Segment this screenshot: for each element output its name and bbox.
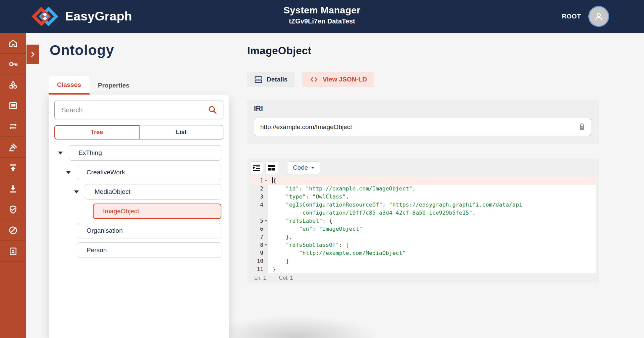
user-name: ROOT (562, 13, 581, 20)
code-text: ] (268, 257, 596, 265)
line-number: 10 (250, 257, 268, 265)
tree-row: MediaObject (49, 184, 229, 200)
line-number: 9 (250, 249, 268, 257)
code-brackets-icon (310, 76, 318, 83)
code-text: "rdfsLabel": { (268, 217, 596, 225)
code-text: "rdfsSubClassOf": [ (268, 241, 596, 249)
swap-arrows-icon (8, 121, 18, 131)
code-editor[interactable]: 1{2 "id": "http://example.com/ImageObjec… (250, 177, 596, 273)
sidebar-item-shield-check[interactable] (0, 199, 26, 220)
sidebar-expand-button[interactable] (26, 45, 39, 64)
shield-check-icon (8, 205, 18, 215)
fold-triangle-icon[interactable] (265, 180, 267, 182)
brand-name: EasyGraph (65, 9, 132, 23)
details-button-label: Details (267, 76, 287, 83)
brand: EasyGraph (31, 0, 132, 33)
view-toggle-tree[interactable]: Tree (54, 125, 140, 139)
ontology-tabs: Classes Properties (49, 76, 138, 95)
code-text: { (268, 177, 596, 185)
tree-row: ExThing (49, 145, 229, 161)
mode-dropdown[interactable]: Code (287, 161, 320, 174)
line-number: 1 (250, 177, 268, 185)
details-button[interactable]: Details (247, 72, 295, 87)
view-jsonld-button-label: View JSON-LD (323, 76, 367, 83)
view-toggle-list[interactable]: List (140, 125, 224, 139)
easygraph-logo-icon (31, 6, 60, 26)
line-number: 11 (250, 265, 268, 273)
sidebar-item-gavel[interactable] (0, 137, 26, 158)
sidebar-item-home[interactable] (0, 33, 26, 54)
collapse-triangle-icon[interactable] (66, 171, 71, 174)
tree-row: CreativeWork (49, 165, 229, 180)
sidebar-item-list[interactable] (0, 95, 26, 116)
sidebar-item-swap-arrows[interactable] (0, 116, 26, 137)
line-number: 8 (250, 241, 268, 249)
user-avatar[interactable] (588, 6, 609, 27)
chevron-right-icon (29, 50, 37, 58)
search-input[interactable] (55, 106, 208, 114)
code-line: 11} (250, 265, 596, 273)
lock-icon (578, 123, 586, 131)
mode-dropdown-label: Code (293, 164, 308, 171)
code-line: 9 "http://example.com/MediaObject" (250, 249, 596, 257)
sidebar-item-key[interactable] (0, 54, 26, 74)
code-line: 2 "id": "http://example.com/ImageObject"… (250, 185, 596, 193)
tree-item-exthing[interactable]: ExThing (69, 145, 221, 161)
header-title-block: System Manager tZGv9Li7en DataTest (205, 0, 439, 26)
fold-triangle-icon[interactable] (265, 220, 267, 222)
tab-properties[interactable]: Properties (90, 76, 138, 95)
iri-input[interactable] (254, 123, 578, 131)
gavel-icon (8, 142, 18, 152)
code-line: 6 "en": "ImageObject" (250, 225, 596, 233)
jsonld-editor-card: Code 1{2 "id": "http://example.com/Image… (247, 159, 599, 283)
code-line: 1{ (250, 177, 596, 185)
collapse-triangle-icon[interactable] (74, 190, 79, 193)
sidebar-item-download[interactable] (0, 178, 26, 199)
tree-item-mediaobject[interactable]: MediaObject (85, 184, 221, 200)
tree-item-organisation[interactable]: Organisation (77, 223, 221, 238)
status-column: Col: 1 (279, 275, 293, 282)
iri-label: IRI (254, 104, 263, 112)
sidebar-item-block[interactable] (0, 220, 26, 241)
panel-shadow (205, 314, 386, 338)
tree-row: ImageObject (49, 204, 229, 219)
shapes-icon (8, 80, 18, 90)
tree-item-imageobject[interactable]: ImageObject (93, 204, 221, 219)
sidebar-item-shapes[interactable] (0, 74, 26, 95)
tab-classes[interactable]: Classes (49, 76, 90, 95)
editor-toolbar: Code (250, 161, 320, 174)
code-line: 8 "rdfsSubClassOf": [ (250, 241, 596, 249)
key-icon (8, 59, 18, 69)
line-number: 3 (250, 193, 268, 201)
classes-panel: Tree List ExThingCreativeWorkMediaObject… (49, 95, 229, 338)
view-jsonld-button[interactable]: View JSON-LD (302, 72, 374, 87)
code-line: 7 }, (250, 233, 596, 241)
fold-triangle-icon[interactable] (265, 244, 267, 246)
code-text: "type": "OwlClass", (268, 193, 596, 201)
search-box (54, 101, 223, 119)
id-badge-icon (8, 246, 18, 256)
iri-card: IRI (247, 100, 599, 144)
collapse-triangle-icon[interactable] (58, 152, 63, 155)
app-header: EasyGraph System Manager tZGv9Li7en Data… (0, 0, 644, 33)
caret-down-icon (311, 167, 314, 169)
line-number: 6 (250, 225, 268, 233)
upload-icon (8, 163, 18, 173)
compact-icon (268, 164, 276, 172)
tree-item-creativework[interactable]: CreativeWork (77, 165, 221, 180)
code-text: } (268, 265, 596, 273)
block-icon (8, 225, 18, 235)
user-icon (593, 10, 605, 22)
compact-button[interactable] (265, 161, 278, 174)
code-text: }, (268, 233, 596, 241)
download-icon (8, 184, 18, 194)
editor-status-bar: Ln: 1 Col: 1 (250, 275, 293, 282)
code-line: 4 "egIsConfigurationResourceOf": "https:… (250, 201, 596, 209)
sidebar-item-id-badge[interactable] (0, 241, 26, 262)
search-icon[interactable] (208, 105, 218, 115)
app-subtitle: tZGv9Li7en DataTest (205, 16, 439, 26)
format-button[interactable] (250, 161, 263, 174)
sidebar-item-upload[interactable] (0, 158, 26, 178)
code-line: 3 "type": "OwlClass", (250, 193, 596, 201)
tree-item-person[interactable]: Person (77, 242, 221, 258)
